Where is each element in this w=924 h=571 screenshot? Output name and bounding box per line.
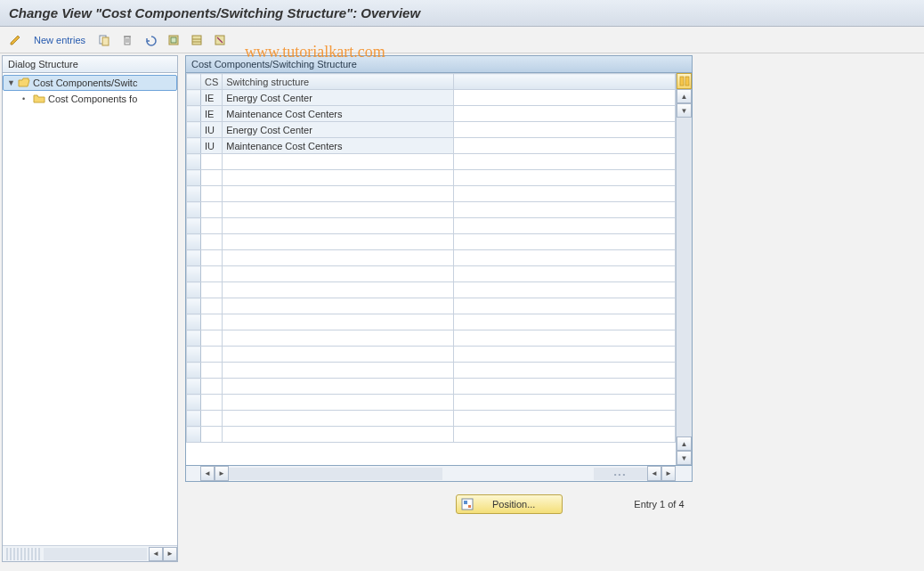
position-button[interactable]: Position... bbox=[456, 494, 563, 514]
row-selector[interactable] bbox=[187, 282, 201, 298]
cell-desc[interactable] bbox=[223, 427, 454, 443]
cell-cs[interactable] bbox=[201, 411, 223, 427]
cell-cs[interactable] bbox=[201, 330, 223, 347]
table-row[interactable] bbox=[187, 298, 676, 314]
cell-cs[interactable] bbox=[201, 347, 223, 363]
cell-desc[interactable] bbox=[223, 234, 454, 250]
cell-cs[interactable] bbox=[201, 427, 223, 443]
cell-desc[interactable] bbox=[223, 411, 454, 427]
cell-cs[interactable] bbox=[201, 282, 223, 298]
table-row[interactable] bbox=[187, 347, 676, 363]
row-selector[interactable] bbox=[187, 347, 201, 363]
row-selector[interactable] bbox=[187, 314, 201, 330]
col-switching-header[interactable]: Switching structure bbox=[223, 74, 454, 90]
sidebar-resize-grip-icon[interactable] bbox=[6, 548, 42, 560]
cell-cs[interactable] bbox=[201, 395, 223, 411]
cell-desc[interactable] bbox=[223, 395, 454, 411]
hscroll-track-left[interactable] bbox=[229, 468, 442, 480]
new-entries-button[interactable]: New entries bbox=[28, 35, 91, 45]
row-selector[interactable] bbox=[187, 186, 201, 202]
table-row[interactable] bbox=[187, 202, 676, 218]
scroll-up-icon[interactable]: ▲ bbox=[677, 436, 692, 451]
sidebar-hscroll-track[interactable] bbox=[44, 548, 147, 560]
table-row[interactable] bbox=[187, 154, 676, 170]
cell-desc[interactable] bbox=[223, 250, 454, 266]
scroll-left-icon[interactable]: ◄ bbox=[647, 466, 661, 481]
row-selector[interactable] bbox=[187, 330, 201, 347]
cell-desc[interactable] bbox=[223, 186, 454, 202]
row-selector[interactable] bbox=[187, 298, 201, 314]
cell-desc[interactable]: Maintenance Cost Centers bbox=[223, 138, 454, 154]
row-selector[interactable] bbox=[187, 379, 201, 395]
row-selector[interactable] bbox=[187, 90, 201, 106]
table-row[interactable] bbox=[187, 427, 676, 443]
table-row[interactable]: IUMaintenance Cost Centers bbox=[187, 138, 676, 154]
cell-cs[interactable]: IU bbox=[201, 122, 223, 138]
tree-expander-icon[interactable]: ▼ bbox=[7, 78, 16, 87]
cell-desc[interactable] bbox=[223, 266, 454, 282]
cell-desc[interactable] bbox=[223, 314, 454, 330]
row-selector[interactable] bbox=[187, 106, 201, 122]
cell-cs[interactable] bbox=[201, 266, 223, 282]
table-row[interactable] bbox=[187, 363, 676, 379]
row-selector[interactable] bbox=[187, 395, 201, 411]
row-selector[interactable] bbox=[187, 266, 201, 282]
row-selector[interactable] bbox=[187, 170, 201, 186]
table-row[interactable] bbox=[187, 411, 676, 427]
table-row[interactable] bbox=[187, 186, 676, 202]
cell-desc[interactable]: Maintenance Cost Centers bbox=[223, 106, 454, 122]
cell-desc[interactable] bbox=[223, 298, 454, 314]
cell-cs[interactable] bbox=[201, 234, 223, 250]
cell-cs[interactable] bbox=[201, 298, 223, 314]
scroll-left-icon[interactable]: ◄ bbox=[149, 547, 163, 561]
table-row[interactable]: IEMaintenance Cost Centers bbox=[187, 106, 676, 122]
table-row[interactable] bbox=[187, 266, 676, 282]
scroll-left-icon[interactable]: ◄ bbox=[200, 466, 215, 481]
table-row[interactable] bbox=[187, 170, 676, 186]
row-selector[interactable] bbox=[187, 202, 201, 218]
table-row[interactable] bbox=[187, 250, 676, 266]
row-selector[interactable] bbox=[187, 154, 201, 170]
change-icon[interactable] bbox=[5, 31, 25, 49]
table-row[interactable] bbox=[187, 282, 676, 298]
tree-item-cost-components-for[interactable]: • Cost Components fo bbox=[3, 91, 177, 107]
cell-cs[interactable] bbox=[201, 186, 223, 202]
cell-cs[interactable] bbox=[201, 154, 223, 170]
copy-icon[interactable] bbox=[94, 31, 114, 49]
cell-desc[interactable] bbox=[223, 154, 454, 170]
row-selector[interactable] bbox=[187, 138, 201, 154]
cell-cs[interactable]: IE bbox=[201, 106, 223, 122]
scroll-up-icon[interactable]: ▲ bbox=[677, 89, 692, 103]
cell-desc[interactable]: Energy Cost Center bbox=[223, 90, 454, 106]
select-block-icon[interactable] bbox=[187, 31, 207, 49]
vscroll-track[interactable] bbox=[677, 118, 692, 436]
cell-cs[interactable] bbox=[201, 379, 223, 395]
select-all-icon[interactable] bbox=[164, 31, 183, 49]
scroll-right-icon[interactable]: ► bbox=[661, 466, 676, 481]
table-row[interactable] bbox=[187, 314, 676, 330]
cell-desc[interactable] bbox=[223, 330, 454, 347]
cell-cs[interactable] bbox=[201, 218, 223, 234]
row-selector[interactable] bbox=[187, 218, 201, 234]
cell-desc[interactable] bbox=[223, 170, 454, 186]
scroll-down-icon[interactable]: ▼ bbox=[677, 103, 692, 118]
table-row[interactable] bbox=[187, 330, 676, 347]
table-row[interactable] bbox=[187, 395, 676, 411]
cell-cs[interactable]: IU bbox=[201, 138, 223, 154]
hscroll-track-right[interactable]: ••• bbox=[594, 468, 647, 480]
undo-icon[interactable] bbox=[141, 31, 160, 49]
row-selector[interactable] bbox=[187, 122, 201, 138]
cell-cs[interactable] bbox=[201, 250, 223, 266]
cell-cs[interactable] bbox=[201, 314, 223, 330]
cell-cs[interactable] bbox=[201, 363, 223, 379]
cell-desc[interactable] bbox=[223, 282, 454, 298]
cell-cs[interactable]: IE bbox=[201, 90, 223, 106]
table-row[interactable]: IUEnergy Cost Center bbox=[187, 122, 676, 138]
row-selector[interactable] bbox=[187, 411, 201, 427]
cell-desc[interactable]: Energy Cost Center bbox=[223, 122, 454, 138]
cell-desc[interactable] bbox=[223, 218, 454, 234]
cell-cs[interactable] bbox=[201, 202, 223, 218]
table-row[interactable] bbox=[187, 234, 676, 250]
row-selector[interactable] bbox=[187, 250, 201, 266]
table-row[interactable]: IEEnergy Cost Center bbox=[187, 90, 676, 106]
